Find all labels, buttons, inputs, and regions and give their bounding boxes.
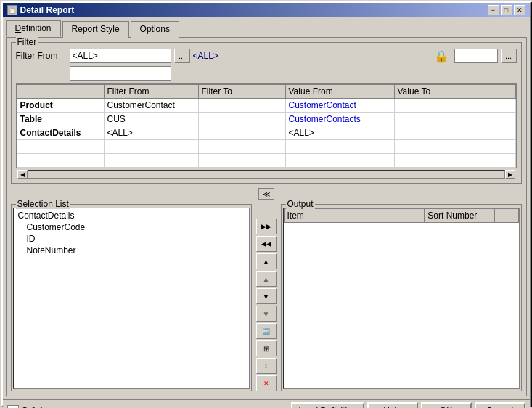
main-window: 📋 Detail Report − □ ✕ Definition Report …	[1, 1, 531, 407]
move-left-all-button[interactable]: ◀◀	[256, 236, 277, 252]
filter-from-label: Filter From	[16, 51, 67, 61]
scroll-right-button[interactable]: ▶	[505, 170, 515, 179]
empty2-cell-4	[285, 154, 394, 168]
filter-from-browse-button[interactable]: ...	[174, 49, 190, 63]
tab-options[interactable]: Options	[131, 21, 179, 38]
sort-grid-button[interactable]: ⊞	[256, 340, 277, 356]
horizontal-scrollbar-area: ◀ ▶	[16, 170, 517, 179]
empty-cell-3	[198, 140, 285, 154]
load-definition-button[interactable]: Load Definition	[291, 402, 364, 409]
title-bar-left: 📋 Detail Report	[7, 5, 75, 15]
cancel-button[interactable]: Cancel	[475, 402, 525, 409]
filter-extra-input[interactable]	[70, 66, 171, 81]
tab-report-style[interactable]: Report Style	[62, 21, 129, 38]
collapse-button[interactable]: ≪	[258, 188, 274, 200]
row-filter-to-table	[198, 113, 285, 126]
list-item-id[interactable]: ID	[15, 233, 247, 245]
row-filter-from-contact: <ALL>	[104, 126, 198, 140]
col-value-from-header: Value From	[285, 85, 394, 99]
row-filter-from-product: CustomerContact	[104, 99, 198, 113]
list-item-contact-details[interactable]: ContactDetails	[15, 210, 247, 221]
scroll-track-horizontal[interactable]	[28, 170, 505, 179]
close-button[interactable]: ✕	[514, 5, 525, 15]
sort-az-icon: 🔤	[263, 328, 270, 335]
sort-grid-icon: ⊞	[263, 345, 269, 353]
row-value-from-table[interactable]: CustomerContacts	[285, 113, 394, 126]
remove-icon: ✕	[263, 380, 269, 387]
remove-button[interactable]: ✕	[256, 375, 277, 391]
bottom-section: Selection List ContactDetails CustomerCo…	[11, 204, 522, 391]
tab-options-label: Options	[140, 24, 170, 34]
scroll-left-button[interactable]: ◀	[17, 170, 28, 179]
filter-from-all-link[interactable]: <ALL>	[193, 51, 218, 61]
filter-table-area: Filter From Filter To Value From Value T…	[16, 83, 517, 168]
empty2-cell-5	[394, 154, 515, 168]
table-row: ContactDetails <ALL> <ALL>	[17, 126, 515, 140]
move-bottom-button[interactable]: ▼	[256, 306, 277, 322]
col-value-to-header: Value To	[394, 85, 515, 99]
output-empty-sort	[425, 223, 495, 234]
move-top-button[interactable]: ▲	[256, 271, 277, 287]
status-text: Q & A	[22, 406, 44, 409]
move-up-button[interactable]: ▲	[256, 253, 277, 269]
output-col-item: Item	[284, 209, 425, 223]
lock-icon: 🔒	[434, 49, 449, 63]
filter-table: Filter From Filter To Value From Value T…	[17, 84, 516, 168]
col-filter-to-header: Filter To	[198, 85, 285, 99]
maximize-button[interactable]: □	[501, 5, 512, 15]
filter-second-row	[70, 66, 517, 81]
help-label: Help	[383, 406, 401, 409]
filter-to-short-input[interactable]	[454, 49, 498, 63]
status-left: ? Q & A	[7, 405, 44, 409]
sort-num-button[interactable]: ↕	[256, 358, 277, 374]
tab-definition[interactable]: Definition	[6, 20, 61, 37]
filter-from-input[interactable]	[70, 49, 171, 63]
sort-az-button[interactable]: 🔤	[256, 323, 277, 339]
table-row-empty2	[17, 154, 515, 168]
row-filter-to-contact	[198, 126, 285, 140]
row-value-from-contact: <ALL>	[285, 126, 394, 140]
empty-cell-4	[285, 140, 394, 154]
table-row: Product CustomerContact CustomerContact	[17, 99, 515, 113]
row-value-to-table	[394, 113, 515, 126]
empty-cell-1	[17, 140, 104, 154]
filter-to-browse-button[interactable]: ...	[501, 49, 517, 63]
title-buttons: − □ ✕	[488, 5, 525, 15]
collapse-area: ≪	[11, 188, 522, 200]
output-empty-item	[284, 223, 425, 234]
bottom-buttons: Load Definition Help OK Cancel	[291, 402, 525, 409]
output-row-empty	[284, 223, 518, 234]
row-value-to-product	[394, 99, 515, 113]
row-value-from-product[interactable]: CustomerContact	[285, 99, 394, 113]
row-filter-from-table: CUS	[104, 113, 198, 126]
empty-cell-5	[394, 140, 515, 154]
selection-list-box[interactable]: ContactDetails CustomerCode ID NoteNumbe…	[13, 208, 250, 389]
col-filter-from-header: Filter From	[104, 85, 198, 99]
output-col-sort: Sort Number	[425, 209, 495, 223]
ok-label: OK	[440, 406, 452, 409]
content-area: Filter Filter From ... <ALL> 🔒 ...	[6, 37, 527, 396]
empty-cell-2	[104, 140, 198, 154]
move-right-all-button[interactable]: ▶▶	[256, 219, 277, 234]
tab-report-style-label: Report Style	[72, 24, 120, 34]
row-name-product: Product	[17, 99, 104, 113]
list-item-customer-code[interactable]: CustomerCode	[15, 221, 247, 233]
list-item-note-number[interactable]: NoteNumber	[15, 245, 247, 256]
tab-bar: Definition Report Style Options	[3, 17, 530, 37]
move-down-button[interactable]: ▼	[256, 288, 277, 304]
window-title: Detail Report	[20, 5, 75, 15]
col-name-header	[17, 85, 104, 99]
output-group: Output Item Sort Number	[281, 204, 522, 391]
table-row: Table CUS CustomerContacts	[17, 113, 515, 126]
selection-list-group: Selection List ContactDetails CustomerCo…	[11, 204, 252, 391]
empty2-cell-1	[17, 154, 104, 168]
window-icon: 📋	[7, 5, 17, 15]
filter-group-label: Filter	[16, 37, 38, 47]
minimize-button[interactable]: −	[488, 5, 499, 15]
ok-button[interactable]: OK	[421, 402, 472, 409]
sort-num-icon: ↕	[264, 362, 268, 370]
output-table-area: Item Sort Number	[283, 208, 520, 389]
output-label: Output	[286, 199, 315, 209]
help-button[interactable]: Help	[367, 402, 418, 409]
title-bar: 📋 Detail Report − □ ✕	[3, 3, 530, 17]
